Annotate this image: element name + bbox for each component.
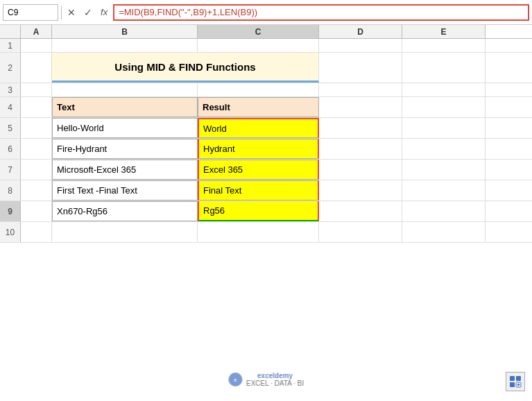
- cell-d3[interactable]: [319, 83, 402, 96]
- cell-d9[interactable]: [319, 201, 402, 221]
- watermark-brand: exceldemy: [257, 372, 293, 379]
- corner-cell: [0, 25, 21, 38]
- cell-a1[interactable]: [21, 39, 52, 52]
- cell-reference: C9: [8, 8, 18, 17]
- cell-b7[interactable]: Microsoft-Excel 365: [52, 160, 198, 180]
- formula-input[interactable]: =MID(B9,FIND("-",B9)+1,LEN(B9)): [113, 4, 529, 21]
- col-header-a[interactable]: A: [21, 25, 52, 38]
- cell-c5[interactable]: World: [198, 118, 319, 138]
- text-value-6: Fire-Hydrant: [57, 144, 107, 154]
- row-3: 3: [0, 83, 532, 97]
- text-value-9: Xn670-Rg56: [57, 206, 108, 216]
- cell-b9[interactable]: Xn670-Rg56: [52, 201, 198, 221]
- cell-e4[interactable]: [402, 97, 486, 117]
- formula-bar-container: C9 ✕ ✓ fx =MID(B9,FIND("-",B9)+1,LEN(B9)…: [0, 0, 532, 25]
- watermark-tagline: EXCEL · DATA · BI: [246, 379, 304, 387]
- cell-c3[interactable]: [198, 83, 319, 96]
- cell-b5[interactable]: Hello-World: [52, 118, 198, 138]
- cell-e10[interactable]: [402, 222, 486, 242]
- text-value-8: First Text -Final Text: [57, 185, 137, 196]
- cell-a8[interactable]: [21, 180, 52, 200]
- cell-c10[interactable]: [198, 222, 319, 242]
- cell-b1[interactable]: [52, 39, 198, 52]
- result-value-6: Hydrant: [203, 144, 235, 154]
- cell-d5[interactable]: [319, 118, 402, 138]
- fx-icon: fx: [98, 6, 110, 19]
- cell-c6[interactable]: Hydrant: [198, 139, 319, 159]
- row-num-8[interactable]: 8: [0, 180, 21, 200]
- cell-e1[interactable]: [402, 39, 486, 52]
- cell-d2[interactable]: [319, 53, 402, 83]
- cell-a5[interactable]: [21, 118, 52, 138]
- row-7: 7 Microsoft-Excel 365 Excel 365: [0, 160, 532, 180]
- cell-a2[interactable]: [21, 53, 52, 83]
- cell-c7[interactable]: Excel 365: [198, 160, 319, 180]
- rows: 1 2 Using MID & FIND Functions 3: [0, 39, 532, 401]
- cancel-icon[interactable]: ✕: [65, 6, 78, 19]
- svg-text:e: e: [234, 377, 237, 382]
- cell-e5[interactable]: [402, 118, 486, 138]
- row-num-2[interactable]: 2: [0, 53, 21, 83]
- text-header: Text: [57, 102, 75, 112]
- cell-e2[interactable]: [402, 53, 486, 83]
- column-headers: A B C D E: [0, 25, 532, 39]
- separator: [61, 6, 62, 19]
- row-num-3[interactable]: 3: [0, 83, 21, 96]
- cell-b4-header[interactable]: Text: [52, 97, 198, 117]
- result-header: Result: [203, 102, 230, 112]
- col-header-b[interactable]: B: [52, 25, 198, 38]
- cell-b10[interactable]: [52, 222, 198, 242]
- result-value-8: Final Text: [203, 185, 241, 196]
- row-num-5[interactable]: 5: [0, 118, 21, 138]
- svg-rect-2: [510, 376, 515, 381]
- result-value-9: Rg56: [203, 205, 225, 216]
- svg-rect-4: [510, 382, 515, 387]
- confirm-icon[interactable]: ✓: [81, 6, 95, 19]
- text-value-5: Hello-World: [57, 123, 104, 133]
- col-header-e[interactable]: E: [402, 25, 486, 38]
- row-num-1[interactable]: 1: [0, 39, 21, 52]
- cell-a10[interactable]: [21, 222, 52, 242]
- cell-b6[interactable]: Fire-Hydrant: [52, 139, 198, 159]
- cell-a6[interactable]: [21, 139, 52, 159]
- scroll-icon[interactable]: [506, 372, 525, 391]
- row-num-6[interactable]: 6: [0, 139, 21, 159]
- watermark-logo: e: [228, 373, 242, 386]
- cell-e9[interactable]: [402, 201, 486, 221]
- cell-c8[interactable]: Final Text: [198, 180, 319, 200]
- cell-c1[interactable]: [198, 39, 319, 52]
- cell-d8[interactable]: [319, 180, 402, 200]
- row-6: 6 Fire-Hydrant Hydrant: [0, 139, 532, 160]
- cell-e3[interactable]: [402, 83, 486, 96]
- title-cell[interactable]: Using MID & FIND Functions: [52, 53, 319, 83]
- cell-d6[interactable]: [319, 139, 402, 159]
- cell-e7[interactable]: [402, 160, 486, 180]
- col-header-d[interactable]: D: [319, 25, 402, 38]
- col-header-c[interactable]: C: [198, 25, 319, 38]
- cell-e6[interactable]: [402, 139, 486, 159]
- row-2: 2 Using MID & FIND Functions: [0, 53, 532, 83]
- row-1: 1: [0, 39, 532, 53]
- svg-rect-3: [516, 376, 521, 381]
- cell-e8[interactable]: [402, 180, 486, 200]
- cell-a9[interactable]: [21, 201, 52, 221]
- cell-d1[interactable]: [319, 39, 402, 52]
- cell-d4[interactable]: [319, 97, 402, 117]
- row-num-7[interactable]: 7: [0, 160, 21, 180]
- row-4-header: 4 Text Result: [0, 97, 532, 118]
- cell-b8[interactable]: First Text -Final Text: [52, 180, 198, 200]
- cell-name-box[interactable]: C9: [3, 4, 58, 21]
- cell-a4[interactable]: [21, 97, 52, 117]
- row-num-10[interactable]: 10: [0, 222, 21, 242]
- cell-c9[interactable]: Rg56: [198, 201, 319, 221]
- text-value-7: Microsoft-Excel 365: [57, 164, 136, 175]
- cell-b3[interactable]: [52, 83, 198, 96]
- cell-d10[interactable]: [319, 222, 402, 242]
- row-8: 8 First Text -Final Text Final Text: [0, 180, 532, 201]
- cell-d7[interactable]: [319, 160, 402, 180]
- cell-c4-header[interactable]: Result: [198, 97, 319, 117]
- cell-a3[interactable]: [21, 83, 52, 96]
- cell-a7[interactable]: [21, 160, 52, 180]
- row-num-4[interactable]: 4: [0, 97, 21, 117]
- row-num-9[interactable]: 9: [0, 201, 21, 221]
